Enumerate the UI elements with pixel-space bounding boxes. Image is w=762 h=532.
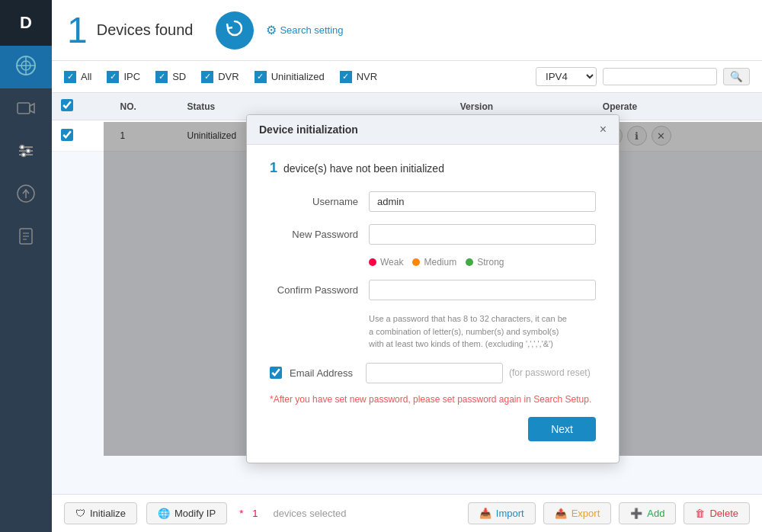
ipv4-select[interactable]: IPV4 IPV6 <box>536 67 597 86</box>
confirm-password-input[interactable] <box>369 280 596 300</box>
col-no: NO. <box>111 93 178 120</box>
search-icon: 🔍 <box>730 71 743 82</box>
main-content: ✓ All ✓ IPC ✓ SD ✓ DVR ✓ Uninitialized ✓… <box>52 61 762 494</box>
import-label: Import <box>496 508 524 519</box>
next-button[interactable]: Next <box>528 417 596 441</box>
sidebar-item-ip-search[interactable] <box>0 46 52 88</box>
filter-uninitialized-checkbox[interactable]: ✓ <box>255 71 267 83</box>
filter-ipc-label: IPC <box>123 71 140 82</box>
initialize-icon: 🛡 <box>75 508 85 519</box>
export-label: Export <box>572 508 600 519</box>
add-button[interactable]: ➕ Add <box>619 502 676 524</box>
filter-dvr-label: DVR <box>218 71 239 82</box>
username-row: Username <box>270 191 596 212</box>
username-input[interactable] <box>369 191 596 212</box>
delete-button[interactable]: 🗑 Delete <box>684 502 750 524</box>
device-initialization-dialog: Device initialization × 1 device(s) have… <box>246 114 620 463</box>
filter-all-checkbox[interactable]: ✓ <box>64 71 76 83</box>
search-button[interactable]: 🔍 <box>723 68 750 85</box>
initialize-label: Initialize <box>90 508 126 519</box>
medium-dot <box>412 258 420 266</box>
email-hint: (for password reset) <box>509 367 591 378</box>
filter-bar: ✓ All ✓ IPC ✓ SD ✓ DVR ✓ Uninitialized ✓… <box>52 61 762 93</box>
filter-ipc[interactable]: ✓ IPC <box>107 71 140 83</box>
filter-dvr[interactable]: ✓ DVR <box>201 71 239 83</box>
refresh-icon <box>225 18 245 43</box>
sidebar-item-camera[interactable] <box>0 88 52 131</box>
strong-dot <box>466 258 473 266</box>
select-all-checkbox[interactable] <box>61 99 73 111</box>
add-label: Add <box>647 508 664 519</box>
bottombar: 🛡 Initialize 🌐 Modify IP * 1 devices sel… <box>52 494 762 532</box>
dialog-body: 1 device(s) have not been initialized Us… <box>247 145 619 463</box>
weak-dot <box>369 258 376 266</box>
filter-dvr-checkbox[interactable]: ✓ <box>201 71 213 83</box>
svg-rect-4 <box>18 103 30 114</box>
filter-right: IPV4 IPV6 🔍 <box>536 67 750 86</box>
filter-uninitialized[interactable]: ✓ Uninitialized <box>255 71 325 83</box>
devices-selected-count: 1 <box>252 508 258 519</box>
medium-label: Medium <box>424 257 456 268</box>
import-button[interactable]: 📥 Import <box>468 502 536 524</box>
new-password-input[interactable] <box>369 224 596 245</box>
email-label: Email Address <box>290 367 366 379</box>
dialog-count-line: 1 device(s) have not been initialized <box>270 160 596 176</box>
filter-sd[interactable]: ✓ SD <box>155 71 186 83</box>
modify-ip-label: Modify IP <box>174 508 216 519</box>
modify-ip-button[interactable]: 🌐 Modify IP <box>146 502 227 524</box>
export-icon: 📤 <box>555 508 567 519</box>
asterisk: * <box>239 508 243 519</box>
strength-strong: Strong <box>466 257 504 268</box>
upload-icon <box>16 184 36 207</box>
ip-search-icon <box>15 55 37 80</box>
sidebar-logo: D <box>0 0 52 46</box>
email-checkbox[interactable] <box>270 367 282 379</box>
sidebar: D <box>0 0 52 532</box>
sidebar-item-docs[interactable] <box>0 216 52 259</box>
uninitialized-text: device(s) have not been initialized <box>283 162 444 175</box>
delete-label: Delete <box>709 508 738 519</box>
refresh-button[interactable] <box>216 11 254 50</box>
dialog-title: Device initialization <box>259 123 358 136</box>
row-select-checkbox[interactable] <box>61 129 73 141</box>
filter-nvr[interactable]: ✓ NVR <box>340 71 377 83</box>
row-checkbox-cell <box>52 120 111 152</box>
confirm-password-label: Confirm Password <box>270 284 369 296</box>
export-button[interactable]: 📤 Export <box>543 502 612 524</box>
logo-text: D <box>20 13 32 33</box>
camera-icon <box>16 98 36 122</box>
devices-count: 1 <box>67 9 88 51</box>
filter-ipc-checkbox[interactable]: ✓ <box>107 71 119 83</box>
devices-selected-label: devices selected <box>273 508 346 519</box>
dialog-warning: *After you have set new password, please… <box>270 394 596 405</box>
svg-marker-5 <box>30 104 34 113</box>
delete-icon: 🗑 <box>695 508 705 519</box>
filter-nvr-label: NVR <box>357 71 377 82</box>
search-input[interactable] <box>603 68 717 85</box>
strength-medium: Medium <box>412 257 456 268</box>
dialog-close-button[interactable]: × <box>600 123 607 136</box>
svg-point-10 <box>27 149 30 152</box>
sidebar-item-tools[interactable] <box>0 131 52 174</box>
sidebar-item-upload[interactable] <box>0 174 52 216</box>
import-icon: 📥 <box>479 508 491 519</box>
search-setting-button[interactable]: ⚙ Search setting <box>266 23 343 37</box>
modify-ip-icon: 🌐 <box>158 508 170 519</box>
new-password-label: New Password <box>270 229 369 240</box>
page-title: Devices found <box>97 21 194 39</box>
gear-icon: ⚙ <box>266 23 277 37</box>
email-input[interactable] <box>366 363 503 383</box>
weak-label: Weak <box>380 257 403 268</box>
filter-nvr-checkbox[interactable]: ✓ <box>340 71 352 83</box>
password-strength: Weak Medium Strong <box>369 257 596 268</box>
topbar: 1 Devices found ⚙ Search setting <box>52 0 762 61</box>
password-hint: Use a password that has 8 to 32 characte… <box>369 312 596 351</box>
filter-all[interactable]: ✓ All <box>64 71 91 83</box>
filter-all-label: All <box>81 71 91 82</box>
dialog-header: Device initialization × <box>247 115 619 145</box>
initialize-button[interactable]: 🛡 Initialize <box>64 502 137 524</box>
uninitialized-count: 1 <box>270 160 277 176</box>
dialog-overlay: Device initialization × 1 device(s) have… <box>104 122 762 456</box>
filter-sd-checkbox[interactable]: ✓ <box>155 71 168 83</box>
svg-point-9 <box>21 145 24 149</box>
